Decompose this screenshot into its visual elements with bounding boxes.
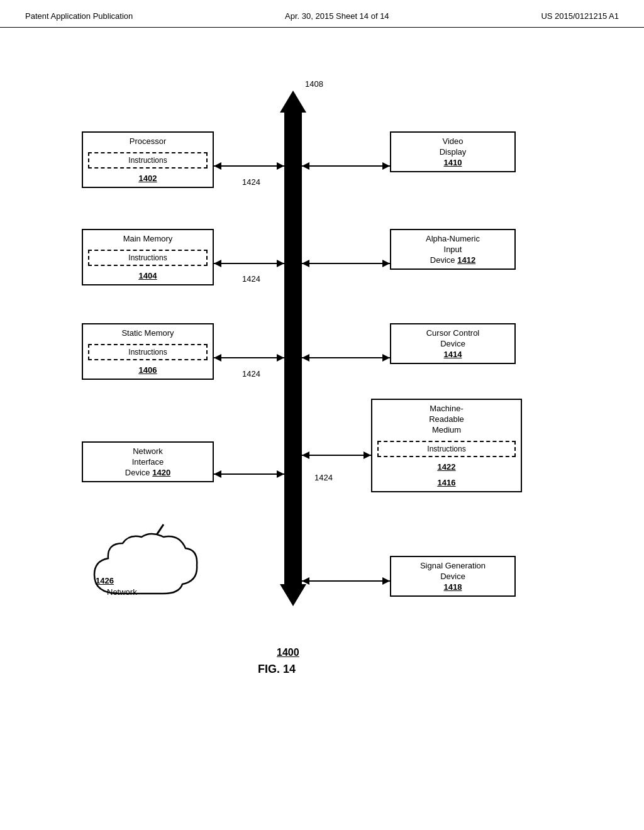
signal-generation-title: Signal GenerationDevice1418 [391, 557, 514, 595]
network-interface-box: NetworkInterfaceDevice 1420 [82, 441, 214, 482]
svg-marker-17 [302, 162, 309, 170]
main-memory-id: 1404 [83, 268, 213, 284]
processor-instructions: Instructions [88, 152, 208, 169]
static-memory-title: Static Memory [83, 324, 213, 341]
video-display-box: VideoDisplay1410 [390, 131, 516, 172]
svg-marker-2 [280, 584, 306, 606]
main-memory-box: Main Memory Instructions 1404 [82, 229, 214, 285]
diagram-area: 1408 Processor Instructions 1402 Main Me… [0, 34, 644, 776]
processor-box: Processor Instructions 1402 [82, 131, 214, 188]
machine-readable-box: Machine-ReadableMedium Instructions 1422… [371, 399, 522, 492]
svg-marker-28 [382, 577, 390, 585]
video-display-title: VideoDisplay1410 [391, 133, 514, 171]
svg-marker-4 [277, 162, 284, 170]
header-center: Apr. 30, 2015 Sheet 14 of 14 [285, 11, 389, 21]
static-memory-id: 1406 [83, 363, 213, 379]
label-1424-2: 1424 [242, 274, 260, 284]
svg-marker-16 [382, 162, 390, 170]
svg-marker-25 [364, 451, 371, 459]
machine-readable-id: 1416 [372, 475, 521, 491]
header-right: US 2015/0121215 A1 [541, 11, 619, 21]
main-memory-instructions: Instructions [88, 250, 208, 266]
alpha-numeric-title: Alpha-NumericInputDevice 1412 [391, 230, 514, 268]
label-1424-4: 1424 [314, 473, 333, 482]
svg-marker-20 [302, 260, 309, 267]
cursor-control-box: Cursor ControlDevice1414 [390, 323, 516, 364]
bus-top-label: 1408 [305, 79, 323, 89]
static-memory-instructions: Instructions [88, 344, 208, 360]
header-left: Patent Application Publication [25, 11, 133, 21]
network-id: 1426 [96, 576, 114, 585]
machine-readable-inner-id: 1422 [372, 460, 521, 475]
svg-marker-1 [280, 91, 306, 113]
svg-marker-11 [214, 354, 221, 362]
label-1424-1: 1424 [242, 177, 260, 187]
network-cloud [82, 531, 208, 612]
svg-marker-26 [302, 451, 309, 459]
alpha-numeric-box: Alpha-NumericInputDevice 1412 [390, 229, 516, 270]
svg-marker-8 [214, 260, 221, 267]
static-memory-box: Static Memory Instructions 1406 [82, 323, 214, 380]
processor-id: 1402 [83, 171, 213, 187]
machine-readable-instructions: Instructions [377, 441, 516, 457]
diagram-id: 1400 [277, 647, 299, 658]
processor-title: Processor [83, 133, 213, 150]
network-label: Network [107, 587, 137, 597]
svg-marker-13 [277, 470, 284, 478]
label-1424-3: 1424 [242, 369, 260, 379]
fig-label: FIG. 14 [258, 663, 296, 676]
svg-marker-10 [277, 354, 284, 362]
machine-readable-title: Machine-ReadableMedium [372, 400, 521, 438]
svg-marker-7 [277, 260, 284, 267]
svg-marker-23 [302, 354, 309, 362]
page-header: Patent Application Publication Apr. 30, … [0, 0, 644, 28]
cursor-control-title: Cursor ControlDevice1414 [391, 324, 514, 363]
svg-marker-19 [382, 260, 390, 267]
signal-generation-box: Signal GenerationDevice1418 [390, 556, 516, 597]
svg-marker-29 [302, 577, 309, 585]
svg-marker-14 [214, 470, 221, 478]
network-interface-title: NetworkInterfaceDevice 1420 [83, 443, 213, 481]
main-memory-title: Main Memory [83, 230, 213, 247]
svg-marker-22 [382, 354, 390, 362]
svg-marker-5 [214, 162, 221, 170]
svg-rect-0 [284, 108, 302, 586]
